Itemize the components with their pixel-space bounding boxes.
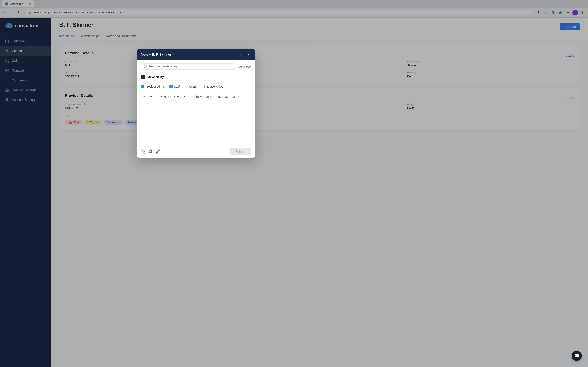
client-label: Client [189,85,197,88]
tag-dbt-group[interactable]: DBT group [84,120,102,125]
sidebar-item-account-settings[interactable]: Account Settings [0,95,51,105]
sidebar-item-contacts[interactable]: Contacts [0,66,51,75]
svg-point-12 [196,96,197,97]
field-middle-names: Middle names - [236,60,403,67]
tag-search-wrapper[interactable] [141,63,235,69]
provider-admin-label: Provider admin [145,85,164,88]
content-area: B. F. Skinner + Create Information Relat… [51,17,588,367]
sidebar-item-clients[interactable]: Clients [0,46,51,56]
profile-avatar[interactable]: J [572,10,578,16]
modal-controls: — ⤢ ✕ [230,52,251,57]
forward-button[interactable]: → [9,10,15,16]
tab-relationships[interactable]: Relationships [81,32,99,40]
account-settings-icon [5,98,9,102]
image-button[interactable]: 🖼 [149,149,152,154]
viewable-minus-icon: — [141,75,145,79]
relationships-label: Relationships [206,85,223,88]
paragraph-select[interactable]: Paragraph Heading 1 Heading 2 [156,94,176,99]
sidebar-item-your-team[interactable]: Your team [0,75,51,85]
modal-minimize-button[interactable]: — [230,52,236,57]
voice-button[interactable]: 🎤 [156,149,160,154]
svg-point-10 [196,95,197,96]
tag-high-risk[interactable]: High Risk [65,120,82,125]
checkbox-staff[interactable]: Staff [169,85,180,88]
content-tabs: Information Relationships Notes and Docu… [59,32,580,40]
tags-section: Active tags [141,63,251,69]
checkbox-provider-admin[interactable]: Provider admin [141,85,164,88]
create-button[interactable]: + Create [560,23,580,30]
bold-button[interactable]: B [182,94,187,99]
field-value-middle-names: - [236,64,403,67]
sidebar-item-calls[interactable]: Calls [0,56,51,66]
toolbar-separator-1 [155,95,155,99]
align-center-button[interactable] [223,94,230,99]
tag-depression[interactable]: Depression [104,120,123,125]
chrome-menu[interactable]: ⋮ [580,10,586,16]
bullet-dropdown-icon [200,96,202,98]
page-body: Personal Details details First name B. F… [51,40,588,135]
numbered-list-button[interactable]: 1.2.3. [204,94,213,99]
checkbox-client[interactable]: Client [185,85,197,88]
staff-checkbox[interactable] [169,85,173,88]
provider-admin-checkbox[interactable] [141,85,144,88]
publish-button[interactable]: Publish [230,148,251,155]
personal-details-edit-link[interactable]: details [566,54,574,57]
field-label-gender: Gender [236,71,403,74]
new-tab-button[interactable]: + [35,1,41,7]
refresh-button[interactable]: ↻ [16,10,22,16]
back-button[interactable]: ← [2,10,8,16]
relationships-checkbox[interactable] [201,85,205,88]
sidebar-item-calendar[interactable]: Calendar [0,36,51,46]
checkbox-relationships[interactable]: Relationships [201,85,223,88]
tag-search-circle-icon [144,65,147,68]
bookmark-tool[interactable]: ☆ [543,10,549,16]
tab-information[interactable]: Information [59,32,75,40]
undo-button[interactable]: ↩ [142,94,147,99]
align-left-icon [218,95,221,98]
svg-text:3.: 3. [206,97,207,98]
paragraph-dropdown-icon [177,95,179,98]
extension-menu[interactable]: ≡ [565,10,571,16]
client-checkbox[interactable] [185,85,188,88]
editor-toolbar: ↩ ↪ Paragraph Heading 1 Heading 2 B I 1.… [141,92,251,101]
redo-button[interactable]: ↪ [148,94,154,99]
practice-settings-icon [5,88,9,92]
modal-expand-button[interactable]: ⤢ [238,52,243,57]
logo-text: carepatron [15,23,38,28]
field-value-last-name: Skinner [407,64,574,67]
italic-button[interactable]: I [188,94,192,99]
note-editor[interactable] [141,101,251,142]
tag-search-input[interactable] [148,65,232,68]
tab-favicon [5,2,8,6]
your-team-label: Your team [12,78,26,82]
align-left-button[interactable] [216,94,223,99]
page-title: B. F. Skinner [59,22,94,28]
numbered-dropdown-icon [210,96,212,98]
active-tags-label: Active tags [238,63,251,68]
address-field[interactable]: 🔒 connect.carepatron.com/Clients/f115f43… [25,9,533,16]
lock-icon: 🔒 [28,11,31,14]
extension-g[interactable]: G [550,10,556,16]
extension-puzzle[interactable]: 🧩 [558,10,563,16]
viewable-by-section: — Viewable by: [141,73,251,81]
note-modal: Note – B. F. Skinner — ⤢ ✕ Active tags —… [137,49,255,158]
sidebar-item-practice-settings[interactable]: Practice Settings [0,85,51,95]
provider-details-edit-link[interactable]: details [566,97,574,100]
attachment-button[interactable]: 📎 [141,149,145,154]
calendar-icon [5,39,9,43]
modal-close-button[interactable]: ✕ [246,52,251,57]
align-right-button[interactable] [231,94,237,99]
tab-close-button[interactable]: ✕ [29,2,31,6]
chat-bubble[interactable]: 💬 [572,351,582,361]
staff-label: Staff [174,85,180,88]
bullet-list-button[interactable] [195,94,204,99]
download-tool[interactable]: ⬇ [536,10,541,16]
field-gender: Gender Male [236,71,403,78]
active-tab[interactable]: Carepatron ✕ [2,0,34,7]
tab-notes-documents[interactable]: Notes and Documents [106,32,136,40]
contacts-icon [5,68,9,73]
practice-settings-label: Practice Settings [12,88,36,92]
account-settings-label: Account Settings [12,98,36,102]
team-icon [5,78,9,82]
more-options-button[interactable]: ··· [240,94,245,99]
